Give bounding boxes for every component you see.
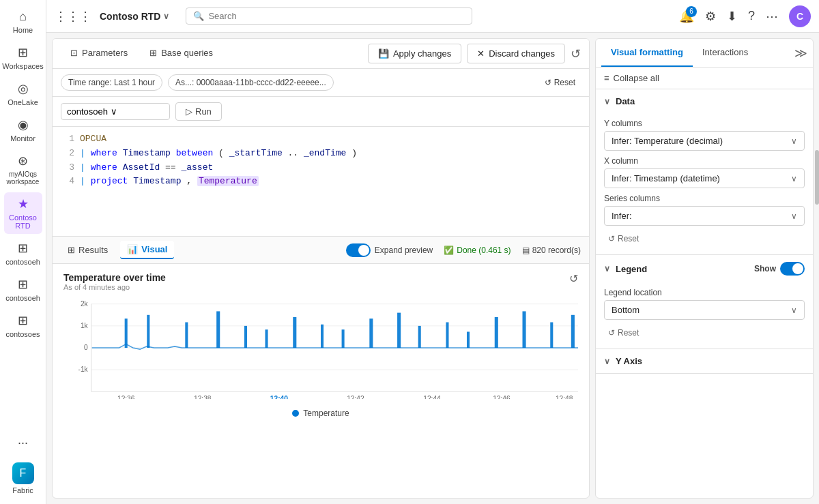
y-axis-chevron-icon: ∨ bbox=[604, 357, 610, 366]
sidebar-item-contosoeh2[interactable]: ⊞ contosoeh bbox=[4, 273, 42, 306]
help-icon[interactable]: ? bbox=[748, 9, 755, 23]
series-columns-chevron-icon: ∨ bbox=[791, 211, 797, 221]
tab-base-queries[interactable]: ⊞ Base queries bbox=[140, 42, 222, 65]
fabric-icon: F bbox=[12, 462, 34, 484]
series-columns-label: Series columns bbox=[604, 194, 805, 203]
sidebar-item-contosoeh[interactable]: ⊞ contosoeh bbox=[4, 237, 42, 270]
search-box[interactable]: 🔍 bbox=[186, 8, 472, 25]
chart-visualization: 2k 1k 0 -1k bbox=[63, 297, 578, 406]
legend-reset-button[interactable]: ↺ Reset bbox=[604, 325, 805, 340]
svg-text:12:46: 12:46 bbox=[493, 395, 511, 399]
svg-rect-13 bbox=[216, 311, 220, 348]
myaioqs-icon: ⊛ bbox=[18, 153, 28, 168]
legend-toggle-switch[interactable] bbox=[780, 262, 805, 276]
dropdown-chevron-icon: ∨ bbox=[111, 106, 117, 117]
bell-icon[interactable]: 🔔 6 bbox=[679, 9, 694, 24]
svg-text:12:48: 12:48 bbox=[556, 395, 573, 399]
legend-section-header[interactable]: ∨ Legend Show bbox=[596, 255, 813, 282]
discard-changes-button[interactable]: ✕ Discard changes bbox=[467, 44, 565, 63]
svg-text:2k: 2k bbox=[81, 300, 89, 308]
results-tab-bar: ⊞ Results 📊 Visual Expand preview ✅ Done… bbox=[53, 236, 589, 264]
legend-reset-icon: ↺ bbox=[608, 328, 615, 338]
svg-rect-20 bbox=[397, 313, 401, 348]
svg-rect-24 bbox=[495, 317, 498, 348]
chart-area: Temperature over time As of 4 minutes ag… bbox=[53, 264, 589, 498]
search-input[interactable] bbox=[208, 11, 465, 21]
more-options[interactable]: ··· bbox=[12, 430, 33, 456]
app-name[interactable]: Contoso RTD ∨ bbox=[100, 11, 169, 22]
sidebar-item-contosoes[interactable]: ⊞ contosoes bbox=[4, 309, 42, 342]
sidebar-item-myaioqs[interactable]: ⊛ myAIOqs workspace bbox=[4, 149, 42, 190]
right-panel-body: ≡ Collapse all ∨ Data Y columns Infer: T… bbox=[596, 68, 813, 498]
time-range-filter[interactable]: Time range: Last 1 hour bbox=[61, 74, 162, 91]
svg-rect-23 bbox=[467, 331, 470, 348]
sidebar-item-workspaces[interactable]: ⊞ Workspaces bbox=[4, 41, 42, 74]
svg-text:12:40: 12:40 bbox=[270, 395, 288, 399]
database-selector[interactable]: contosoeh ∨ bbox=[61, 103, 170, 120]
svg-rect-18 bbox=[342, 329, 345, 348]
filters-row: Time range: Last 1 hour As...: 0000aaaa-… bbox=[53, 69, 589, 97]
x-column-label: X column bbox=[604, 156, 805, 166]
reset-button[interactable]: ↺ Reset bbox=[539, 75, 581, 90]
asset-filter[interactable]: As...: 0000aaaa-11bb-cccc-dd22-eeeee... bbox=[168, 74, 334, 91]
series-columns-dropdown[interactable]: Infer: ∨ bbox=[604, 206, 805, 226]
sidebar-item-onelake[interactable]: ◎ OneLake bbox=[4, 77, 42, 110]
legend-location-dropdown[interactable]: Bottom ∨ bbox=[604, 300, 805, 320]
app-grid-icon[interactable]: ⋮⋮⋮ bbox=[55, 9, 91, 24]
collapse-icon: ≡ bbox=[604, 73, 609, 83]
data-section-content: Y columns Infer: Temperature (decimal) ∨… bbox=[596, 119, 813, 254]
avatar[interactable]: C bbox=[789, 5, 811, 27]
data-section-header[interactable]: ∨ Data bbox=[596, 89, 813, 113]
svg-rect-11 bbox=[147, 315, 149, 348]
code-line-4: 4 | project Timestamp , Temperature bbox=[61, 175, 581, 189]
notification-badge: 6 bbox=[686, 6, 697, 17]
refresh-icon[interactable]: ↺ bbox=[571, 46, 581, 61]
search-icon: 🔍 bbox=[193, 11, 204, 21]
settings-icon[interactable]: ⚙ bbox=[705, 9, 716, 24]
download-icon[interactable]: ⬇ bbox=[727, 9, 737, 24]
tab-parameters[interactable]: ⊡ Parameters bbox=[61, 42, 137, 65]
discard-icon: ✕ bbox=[477, 48, 485, 59]
fabric-home[interactable]: F Fabric bbox=[4, 458, 42, 499]
code-line-1: 1 OPCUA bbox=[61, 132, 581, 147]
tab-visual[interactable]: 📊 Visual bbox=[120, 241, 174, 259]
expand-preview-toggle[interactable]: Expand preview bbox=[346, 243, 433, 257]
svg-rect-26 bbox=[550, 323, 553, 349]
y-columns-chevron-icon: ∨ bbox=[791, 136, 797, 146]
data-reset-icon: ↺ bbox=[608, 234, 615, 243]
sidebar-item-label: contosoes bbox=[5, 330, 40, 338]
x-column-chevron-icon: ∨ bbox=[791, 174, 797, 183]
chart-subtitle: As of 4 minutes ago bbox=[63, 283, 166, 291]
run-button[interactable]: ▷ Run bbox=[175, 102, 222, 121]
expand-panel-icon[interactable]: ≫ bbox=[794, 46, 807, 61]
svg-text:-1k: -1k bbox=[78, 366, 89, 373]
app-name-chevron-icon: ∨ bbox=[163, 12, 169, 21]
svg-rect-12 bbox=[185, 323, 188, 349]
fabric-label: Fabric bbox=[12, 486, 33, 494]
y-axis-section-header[interactable]: ∨ Y Axis bbox=[596, 349, 813, 373]
data-chevron-icon: ∨ bbox=[604, 97, 610, 106]
tab-visual-formatting[interactable]: Visual formatting bbox=[601, 39, 693, 67]
contosortd-icon: ★ bbox=[18, 196, 29, 211]
legend-show-toggle[interactable]: Show bbox=[754, 262, 805, 276]
top-navigation: ⋮⋮⋮ Contoso RTD ∨ 🔍 🔔 6 ⚙ ⬇ ? ⋯ C bbox=[46, 0, 819, 33]
data-reset-button[interactable]: ↺ Reset bbox=[604, 231, 805, 246]
tab-interactions[interactable]: Interactions bbox=[693, 39, 758, 67]
sidebar-item-contosortd[interactable]: ★ Contoso RTD bbox=[4, 192, 42, 234]
svg-rect-16 bbox=[293, 317, 296, 348]
collapse-all-button[interactable]: ≡ Collapse all bbox=[596, 68, 813, 89]
tab-results[interactable]: ⊞ Results bbox=[61, 241, 115, 258]
share-icon[interactable]: ⋯ bbox=[766, 9, 778, 24]
apply-changes-button[interactable]: 💾 Apply changes bbox=[368, 44, 461, 63]
svg-rect-14 bbox=[244, 326, 247, 348]
sidebar-item-home[interactable]: ⌂ Home bbox=[4, 5, 42, 38]
chart-refresh-icon[interactable]: ↺ bbox=[569, 272, 578, 285]
code-editor[interactable]: 1 OPCUA 2 | where Timestamp between ( _s… bbox=[53, 127, 589, 236]
svg-rect-21 bbox=[418, 326, 421, 348]
x-column-dropdown[interactable]: Infer: Timestamp (datetime) ∨ bbox=[604, 168, 805, 188]
svg-text:1k: 1k bbox=[81, 322, 89, 329]
legend-chevron-icon: ∨ bbox=[604, 264, 610, 273]
y-columns-dropdown[interactable]: Infer: Temperature (decimal) ∨ bbox=[604, 131, 805, 151]
sidebar-item-monitor[interactable]: ◉ Monitor bbox=[4, 113, 42, 147]
toggle-switch-control[interactable] bbox=[346, 243, 371, 257]
